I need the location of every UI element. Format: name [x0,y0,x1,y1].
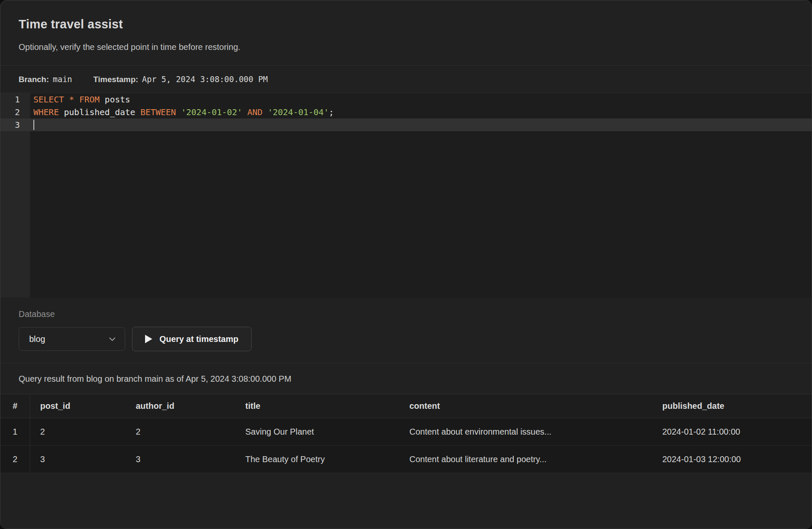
branch-info: Branch: main [19,74,72,84]
column-header: published_date [652,394,812,418]
timestamp-label: Timestamp: [93,75,138,84]
table-cell: Content about environmental issues... [399,418,652,445]
database-controls: blog Query at timestamp [19,327,793,351]
page-subtitle: Optionally, verify the selected point in… [19,42,793,52]
database-section: Database blog Query at timestamp [0,298,812,363]
table-cell: The Beauty of Poetry [235,446,399,473]
table-cell: Saving Our Planet [235,418,399,445]
result-table-body: 122Saving Our PlanetContent about enviro… [0,418,812,473]
column-header: # [0,394,30,418]
code-line: 1SELECT * FROM posts [0,93,812,106]
table-cell: 2 [126,418,235,445]
database-select[interactable]: blog [19,327,125,351]
code-line: 3 [0,118,812,131]
panel-header: Time travel assist Optionally, verify th… [0,0,812,66]
page-title: Time travel assist [19,17,793,31]
time-travel-assist-panel: Time travel assist Optionally, verify th… [0,0,812,529]
table-cell: 1 [0,418,30,445]
query-at-timestamp-button[interactable]: Query at timestamp [132,327,252,351]
column-header: post_id [30,394,126,418]
column-header: author_id [126,394,235,418]
table-cell: 2024-01-02 11:00:00 [652,418,812,445]
panel-footer-space [0,473,812,529]
code-text: SELECT * FROM posts [30,93,130,106]
result-table: #post_idauthor_idtitlecontentpublished_d… [0,394,812,473]
code-line: 2WHERE published_date BETWEEN '2024-01-0… [0,106,812,118]
table-row: 122Saving Our PlanetContent about enviro… [0,418,812,446]
table-cell: 3 [30,446,126,473]
code-text [30,118,34,131]
line-number: 2 [0,106,30,118]
line-number: 1 [0,93,30,106]
table-cell: 2 [30,418,126,445]
table-cell: 3 [126,446,235,473]
timestamp-value: Apr 5, 2024 3:08:00.000 PM [142,74,268,84]
code-text: WHERE published_date BETWEEN '2024-01-02… [30,106,334,118]
query-at-timestamp-label: Query at timestamp [159,334,239,344]
table-cell: 2 [0,446,30,473]
result-table-header: #post_idauthor_idtitlecontentpublished_d… [0,394,812,418]
line-number: 3 [0,118,30,131]
play-icon [145,335,152,343]
column-header: content [399,394,652,418]
table-cell: Content about literature and poetry... [399,446,652,473]
timestamp-info: Timestamp: Apr 5, 2024 3:08:00.000 PM [93,74,268,84]
branch-label: Branch: [19,75,49,84]
database-select-value: blog [29,334,45,344]
text-cursor [33,120,34,130]
sql-editor[interactable]: 1SELECT * FROM posts2WHERE published_dat… [0,93,812,298]
database-label: Database [19,309,793,319]
chevron-down-icon [109,337,115,341]
editor-code-lines: 1SELECT * FROM posts2WHERE published_dat… [0,93,812,131]
branch-value: main [53,74,72,84]
query-result-summary: Query result from blog on branch main as… [0,363,812,394]
table-row: 233The Beauty of PoetryContent about lit… [0,446,812,473]
table-cell: 2024-01-03 12:00:00 [652,446,812,473]
branch-timestamp-bar: Branch: main Timestamp: Apr 5, 2024 3:08… [0,66,812,93]
column-header: title [235,394,399,418]
